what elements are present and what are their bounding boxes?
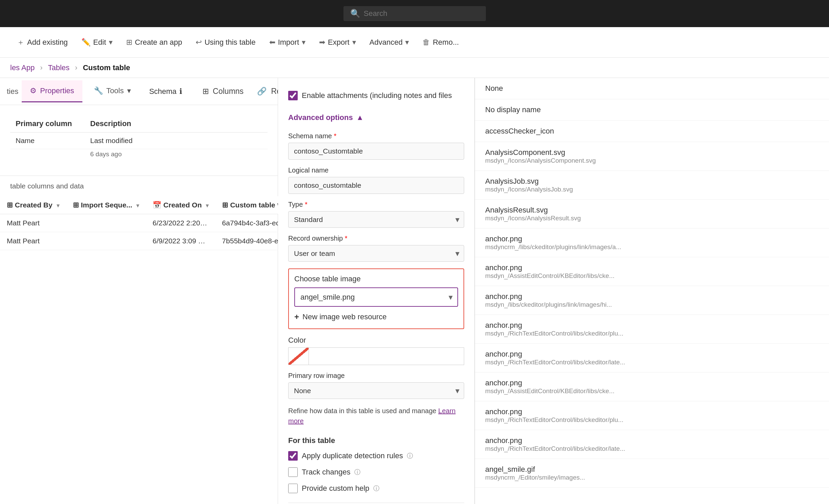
dropdown-item-name-1: No display name xyxy=(485,105,819,114)
breadcrumb: les App › Tables › Custom table xyxy=(0,58,829,78)
table-row: Matt Peart 6/9/2022 3:09 PM 7b55b4d9-40e… xyxy=(0,232,294,250)
create-app-button[interactable]: ⊞ Create an app xyxy=(119,34,189,51)
tab-properties[interactable]: ⚙ Properties xyxy=(22,80,82,102)
primary-row-image-select[interactable]: None xyxy=(288,382,464,399)
add-existing-button[interactable]: ＋ Add existing xyxy=(10,33,75,52)
tools-chevron-icon: ▾ xyxy=(127,86,131,95)
dropdown-item-2[interactable]: accessChecker_icon xyxy=(475,121,829,142)
col-import-seq[interactable]: ⊞ Import Seque... ▾ xyxy=(66,196,146,214)
dropdown-item-8[interactable]: anchor.pngmsdyn_/libs/ckeditor/plugins/l… xyxy=(475,286,829,315)
row2-import-seq xyxy=(66,232,146,250)
dropdown-item-6[interactable]: anchor.pngmsdyncrm_/libs/ckeditor/plugin… xyxy=(475,228,829,257)
col-created-by[interactable]: ⊞ Created By ▾ xyxy=(0,196,66,214)
edit-button[interactable]: ✏️ Edit ▾ xyxy=(75,34,119,51)
track-changes-checkbox[interactable] xyxy=(288,467,298,477)
dropdown-item-name-4: AnalysisJob.svg xyxy=(485,177,819,186)
empty-sub xyxy=(10,149,85,162)
empty-cell xyxy=(193,133,268,149)
dropdown-item-name-7: anchor.png xyxy=(485,263,819,272)
tab-tools[interactable]: 🔧 Tools ▾ xyxy=(86,80,139,102)
table-info-section: Primary column Description Name Last mod… xyxy=(0,105,278,172)
search-input[interactable] xyxy=(364,9,479,18)
apply-duplicate-checkbox[interactable] xyxy=(288,451,298,461)
ownership-select-wrap: User or team ▾ xyxy=(288,245,464,262)
dropdown-item-9[interactable]: anchor.pngmsdyn_/RichTextEditorControl/l… xyxy=(475,315,829,344)
advanced-options-label: Advanced options xyxy=(288,113,353,122)
provide-custom-help-label: Provide custom help xyxy=(302,484,369,493)
logical-name-input[interactable] xyxy=(288,177,464,194)
dropdown-item-path-9: msdyn_/RichTextEditorControl/libs/ckedit… xyxy=(485,330,819,337)
enable-attachments-checkbox[interactable] xyxy=(288,91,298,100)
dropdown-item-name-0: None xyxy=(485,84,819,93)
dropdown-item-7[interactable]: anchor.pngmsdyn_/AssistEditControl/KBEdi… xyxy=(475,257,829,286)
col-created-on[interactable]: 📅 Created On ▾ xyxy=(146,196,215,214)
choose-image-label: Choose table image xyxy=(294,275,458,283)
primary-row-image-group: Primary row image None ▾ xyxy=(288,372,464,399)
provide-custom-help-checkbox[interactable] xyxy=(288,484,298,493)
new-image-resource-button[interactable]: + New image web resource xyxy=(294,311,458,323)
breadcrumb-sep1: › xyxy=(40,63,42,72)
row2-created-on: 6/9/2022 3:09 PM xyxy=(146,232,215,250)
schema-name-input[interactable] xyxy=(288,143,464,160)
dropdown-item-path-7: msdyn_/AssistEditControl/KBEditor/libs/c… xyxy=(485,272,819,280)
dropdown-item-name-12: anchor.png xyxy=(485,407,819,416)
field-grid: Primary column Description Name Last mod… xyxy=(10,115,268,162)
dropdown-item-14[interactable]: angel_smile.gifmsdyncrm_/Editor/smiley/i… xyxy=(475,459,829,488)
dropdown-item-name-2: accessChecker_icon xyxy=(485,127,819,136)
dropdown-item-10[interactable]: anchor.pngmsdyn_/RichTextEditorControl/l… xyxy=(475,344,829,372)
dropdown-item-1[interactable]: No display name xyxy=(475,99,829,121)
dropdown-item-4[interactable]: AnalysisJob.svgmsdyn_/Icons/AnalysisJob.… xyxy=(475,171,829,200)
image-select[interactable]: angel_smile.png xyxy=(295,288,457,306)
export-button[interactable]: ➡ Export ▾ xyxy=(312,34,363,51)
primary-row-image-label: Primary row image xyxy=(288,372,464,380)
last-modified-value: 6 days ago xyxy=(85,149,193,162)
columns-icon: ⊞ xyxy=(202,87,209,96)
dropdown-item-path-14: msdyncrm_/Editor/smiley/images... xyxy=(485,474,819,481)
type-group: Type * Standard ▾ xyxy=(288,201,464,228)
dropdown-item-0[interactable]: None xyxy=(475,78,829,99)
remove-button[interactable]: 🗑 Remo... xyxy=(416,34,466,51)
dropdown-item-path-5: msdyn_/Icons/AnalysisResult.svg xyxy=(485,215,819,222)
dropdown-item-path-10: msdyn_/RichTextEditorControl/libs/ckedit… xyxy=(485,359,819,366)
export-chevron-icon: ▾ xyxy=(352,38,356,47)
schema-info-icon: ℹ xyxy=(179,87,182,96)
advanced-button[interactable]: Advanced ▾ xyxy=(363,34,416,51)
toolbar: ＋ Add existing ✏️ Edit ▾ ⊞ Create an app… xyxy=(0,27,829,58)
breadcrumb-app[interactable]: les App xyxy=(10,63,35,72)
choose-image-section: Choose table image angel_smile.png ▾ + N… xyxy=(288,268,464,329)
breadcrumb-tables[interactable]: Tables xyxy=(48,63,70,72)
color-section: Color xyxy=(288,336,464,365)
dropdown-item-3[interactable]: AnalysisComponent.svgmsdyn_/Icons/Analys… xyxy=(475,142,829,171)
type-select[interactable]: Standard xyxy=(288,211,464,228)
table-header-row: ⊞ Created By ▾ ⊞ Import Seque... ▾ 📅 Cre… xyxy=(0,196,294,214)
type-required-star: * xyxy=(305,201,308,208)
properties-icon: ⚙ xyxy=(30,86,37,95)
dropdown-item-11[interactable]: anchor.pngmsdyn_/AssistEditControl/KBEdi… xyxy=(475,372,829,401)
provide-custom-help-row: Provide custom help ⓘ xyxy=(288,481,464,496)
using-table-button[interactable]: ↩ Using this table xyxy=(189,34,262,51)
search-box[interactable]: 🔍 xyxy=(343,6,486,21)
provide-custom-help-info-icon: ⓘ xyxy=(373,484,379,492)
import-chevron-icon: ▾ xyxy=(302,38,305,47)
color-input[interactable] xyxy=(309,347,464,365)
dropdown-item-12[interactable]: anchor.pngmsdyn_/RichTextEditorControl/l… xyxy=(475,401,829,430)
schema-nav-columns[interactable]: ⊞ Columns xyxy=(196,82,251,101)
col-chevron-1: ▾ xyxy=(57,203,59,208)
data-table: ⊞ Created By ▾ ⊞ Import Seque... ▾ 📅 Cre… xyxy=(0,196,294,250)
color-swatch[interactable] xyxy=(288,347,309,365)
search-icon: 🔍 xyxy=(350,9,360,18)
breadcrumb-current: Custom table xyxy=(83,63,130,72)
dropdown-item-path-3: msdyn_/Icons/AnalysisComponent.svg xyxy=(485,157,819,164)
color-label: Color xyxy=(288,336,464,345)
primary-row-image-wrap: None ▾ xyxy=(288,382,464,399)
ownership-select[interactable]: User or team xyxy=(288,245,464,262)
dropdown-item-5[interactable]: AnalysisResult.svgmsdyn_/Icons/AnalysisR… xyxy=(475,200,829,228)
dropdown-item-13[interactable]: anchor.pngmsdyn_/RichTextEditorControl/l… xyxy=(475,430,829,459)
schema-required-star: * xyxy=(334,132,337,140)
dropdown-panel: NoneNo display nameaccessChecker_iconAna… xyxy=(475,78,829,504)
import-button[interactable]: ⬅ Import ▾ xyxy=(262,34,312,51)
advanced-options-toggle[interactable]: Advanced options ▲ xyxy=(288,110,464,125)
enable-attachments-label: Enable attachments (including notes and … xyxy=(302,91,452,100)
dropdown-item-path-12: msdyn_/RichTextEditorControl/libs/ckedit… xyxy=(485,416,819,424)
dropdown-item-path-8: msdyn_/libs/ckeditor/plugins/link/images… xyxy=(485,301,819,308)
